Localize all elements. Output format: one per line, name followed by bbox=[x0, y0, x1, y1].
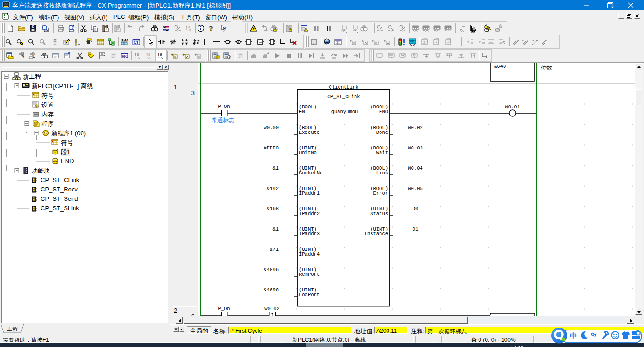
svg-text:001: 001 bbox=[122, 55, 128, 58]
svg-text:×: × bbox=[435, 41, 438, 45]
svg-text:中: 中 bbox=[570, 331, 577, 339]
svg-text:10: 10 bbox=[134, 52, 139, 57]
svg-text:?: ? bbox=[209, 25, 213, 33]
svg-text:?: ? bbox=[224, 25, 227, 31]
svg-text:10: 10 bbox=[146, 52, 150, 57]
svg-text:SMA: SMA bbox=[121, 39, 129, 42]
svg-text:16: 16 bbox=[157, 52, 162, 57]
svg-text:✓: ✓ bbox=[447, 41, 450, 45]
svg-text:CI: CI bbox=[134, 40, 138, 45]
svg-text:2: 2 bbox=[423, 41, 426, 45]
svg-text:B: B bbox=[189, 28, 191, 32]
